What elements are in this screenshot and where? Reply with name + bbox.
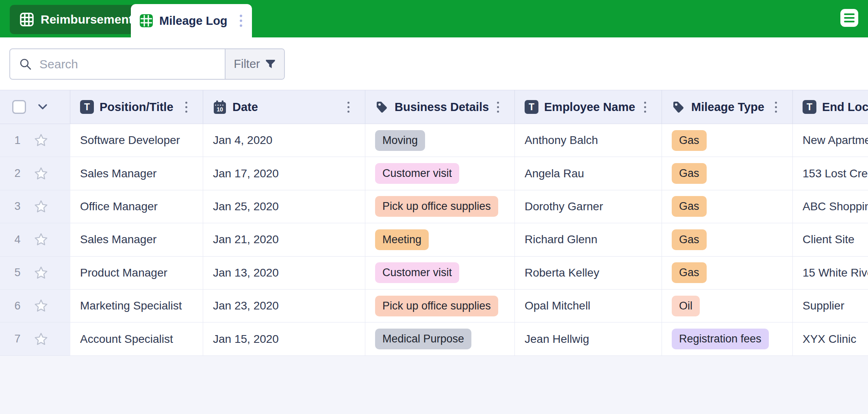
cell-end-location[interactable]: XYX Clinic (793, 322, 868, 355)
cell-end-location[interactable]: Supplier (793, 290, 868, 322)
search-area (10, 49, 225, 79)
cell-position-title[interactable]: Account Specialist (70, 322, 203, 355)
cell-position-title[interactable]: Sales Manager (70, 157, 203, 190)
tag-pill: Gas (672, 130, 707, 151)
row-handle-cell[interactable]: 2 (0, 157, 70, 190)
star-icon[interactable] (33, 332, 49, 346)
table-row: 1 Software Developer Jan 4, 2020 Moving … (0, 124, 868, 157)
cell-mileage-type[interactable]: Gas (662, 223, 793, 256)
cell-business-details[interactable]: Medical Purpose (365, 322, 515, 355)
column-header-date[interactable]: 10 Date (203, 90, 365, 124)
column-header-position-title[interactable]: T Position/Title (70, 90, 203, 124)
svg-text:10: 10 (217, 106, 223, 113)
cell-position-title[interactable]: Sales Manager (70, 223, 203, 256)
empty-area-below-table (0, 356, 868, 414)
cell-mileage-type[interactable]: Gas (662, 124, 793, 157)
cell-text: Anthony Balch (525, 134, 598, 147)
column-menu-kebab-icon[interactable] (642, 100, 648, 114)
tag-pill: Gas (672, 163, 707, 184)
cell-text: Client Site (803, 233, 855, 246)
row-handle-cell[interactable]: 7 (0, 322, 70, 355)
cell-business-details[interactable]: Pick up office supplies (365, 290, 515, 322)
cell-employee-name[interactable]: Richard Glenn (515, 223, 662, 256)
column-menu-kebab-icon[interactable] (346, 100, 351, 114)
cell-mileage-type[interactable]: Gas (662, 257, 793, 289)
column-menu-kebab-icon[interactable] (495, 100, 501, 114)
cell-position-title[interactable]: Software Developer (70, 124, 203, 157)
cell-date[interactable]: Jan 25, 2020 (203, 190, 365, 223)
cell-end-location[interactable]: 15 White Rive (793, 257, 868, 289)
cell-employee-name[interactable]: Angela Rau (515, 157, 662, 190)
cell-date[interactable]: Jan 17, 2020 (203, 157, 365, 190)
cell-business-details[interactable]: Pick up office supplies (365, 190, 515, 223)
tab-mileage-log[interactable]: Mileage Log (131, 4, 252, 37)
date-column-type-icon: 10 (213, 100, 227, 114)
cell-date[interactable]: Jan 4, 2020 (203, 124, 365, 157)
tag-pill: Moving (375, 130, 425, 151)
search-icon (19, 58, 32, 71)
cell-date[interactable]: Jan 21, 2020 (203, 223, 365, 256)
expand-rows-chevron-down-icon[interactable] (37, 102, 48, 111)
cell-end-location[interactable]: ABC Shoppin (793, 190, 868, 223)
column-label: Mileage Type (691, 100, 764, 114)
cell-position-title[interactable]: Office Manager (70, 190, 203, 223)
row-handle-cell[interactable]: 3 (0, 190, 70, 223)
row-number: 3 (12, 200, 23, 213)
row-handle-cell[interactable]: 6 (0, 290, 70, 322)
cell-business-details[interactable]: Meeting (365, 223, 515, 256)
cell-mileage-type[interactable]: Gas (662, 157, 793, 190)
star-icon[interactable] (33, 299, 49, 313)
cell-text: Jan 21, 2020 (213, 233, 279, 246)
cell-end-location[interactable]: 153 Lost Cree (793, 157, 868, 190)
cell-end-location[interactable]: Client Site (793, 223, 868, 256)
cell-text: Account Specialist (80, 333, 173, 346)
star-icon[interactable] (33, 199, 49, 214)
cell-position-title[interactable]: Marketing Specialist (70, 290, 203, 322)
column-header-employee-name[interactable]: T Employee Name (515, 90, 662, 124)
table-row: 3 Office Manager Jan 25, 2020 Pick up of… (0, 190, 868, 223)
tab-reimbursement[interactable]: Reimbursement (10, 5, 143, 34)
cell-mileage-type[interactable]: Oil (662, 290, 793, 322)
select-all-checkbox[interactable] (12, 100, 26, 114)
star-icon[interactable] (33, 266, 49, 280)
main-menu-button[interactable] (840, 9, 858, 27)
cell-employee-name[interactable]: Jean Hellwig (515, 322, 662, 355)
cell-date[interactable]: Jan 13, 2020 (203, 257, 365, 289)
cell-mileage-type[interactable]: Gas (662, 190, 793, 223)
row-handle-cell[interactable]: 4 (0, 223, 70, 256)
cell-text: Sales Manager (80, 233, 156, 246)
cell-position-title[interactable]: Product Manager (70, 257, 203, 289)
column-header-business-details[interactable]: Business Details (365, 90, 515, 124)
column-menu-kebab-icon[interactable] (773, 100, 779, 114)
cell-end-location[interactable]: New Apartme (793, 124, 868, 157)
text-column-type-icon: T (803, 100, 816, 114)
cell-mileage-type[interactable]: Registration fees (662, 322, 793, 355)
cell-text: Angela Rau (525, 167, 584, 180)
column-menu-kebab-icon[interactable] (184, 100, 189, 114)
row-handle-cell[interactable]: 1 (0, 124, 70, 157)
cell-employee-name[interactable]: Anthony Balch (515, 124, 662, 157)
column-header-end-location[interactable]: T End Location (793, 90, 868, 124)
tag-column-type-icon (672, 100, 686, 114)
cell-date[interactable]: Jan 15, 2020 (203, 322, 365, 355)
cell-business-details[interactable]: Customer visit (365, 157, 515, 190)
filter-button[interactable]: Filter (225, 49, 284, 79)
table-header-row: T Position/Title 10 Date Business Detail… (0, 90, 868, 124)
star-icon[interactable] (33, 232, 49, 247)
tab-label: Reimbursement (41, 13, 133, 26)
search-input[interactable] (39, 57, 225, 71)
cell-business-details[interactable]: Customer visit (365, 257, 515, 289)
cell-text: 153 Lost Cree (803, 167, 868, 180)
cell-date[interactable]: Jan 23, 2020 (203, 290, 365, 322)
star-icon[interactable] (33, 166, 49, 181)
column-header-mileage-type[interactable]: Mileage Type (662, 90, 793, 124)
cell-employee-name[interactable]: Dorothy Garner (515, 190, 662, 223)
star-icon[interactable] (33, 133, 49, 148)
cell-employee-name[interactable]: Opal Mitchell (515, 290, 662, 322)
tag-pill: Customer visit (375, 262, 459, 283)
cell-employee-name[interactable]: Roberta Kelley (515, 257, 662, 289)
row-handle-cell[interactable]: 5 (0, 257, 70, 289)
tab-menu-kebab-icon[interactable] (238, 13, 244, 28)
worksheet-tab-bar: Reimbursement Mileage Log (0, 0, 868, 37)
cell-business-details[interactable]: Moving (365, 124, 515, 157)
